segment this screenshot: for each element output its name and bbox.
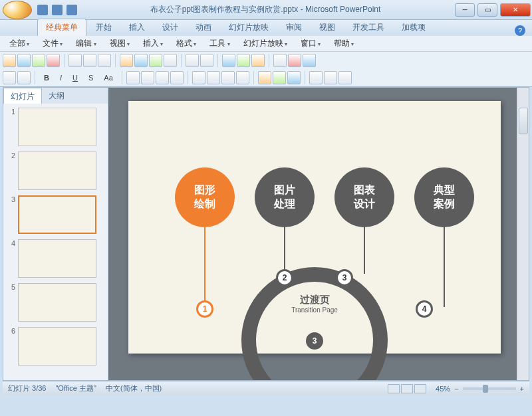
circle-2[interactable]: 图片 处理 xyxy=(255,167,315,227)
undo-icon[interactable] xyxy=(186,54,199,67)
align-center-icon[interactable] xyxy=(141,71,154,84)
menu-tools[interactable]: 工具 xyxy=(204,37,235,51)
tab-animation[interactable]: 动画 xyxy=(188,19,219,36)
layout-icon[interactable] xyxy=(3,71,16,84)
menu-help[interactable]: 帮助 xyxy=(329,37,359,51)
circle-3[interactable]: 图表 设计 xyxy=(334,167,394,227)
thumbnail[interactable] xyxy=(18,152,96,190)
menu-edit[interactable]: 编辑 xyxy=(70,37,101,51)
thumbnail[interactable] xyxy=(18,239,96,278)
reset-icon[interactable] xyxy=(17,71,31,84)
font-color-icon[interactable] xyxy=(258,71,271,84)
maximize-button[interactable]: ▭ xyxy=(477,3,497,17)
print-preview-icon[interactable] xyxy=(68,54,82,67)
circle-1[interactable]: 图形 绘制 xyxy=(175,167,235,227)
menu-all[interactable]: 全部 xyxy=(4,37,35,51)
help-icon[interactable]: ? xyxy=(515,25,525,36)
save-icon[interactable] xyxy=(32,54,45,67)
tab-slideshow[interactable]: 幻灯片放映 xyxy=(221,19,277,36)
tab-insert[interactable]: 插入 xyxy=(121,19,153,36)
tab-review[interactable]: 审阅 xyxy=(278,19,310,36)
zoom-handle[interactable] xyxy=(483,385,488,393)
slide-canvas[interactable]: 图形 绘制 图片 处理 图表 设计 典型 案例 1 2 3 4 3 过渡页 Tr… xyxy=(128,101,501,354)
chart-icon[interactable] xyxy=(222,54,235,67)
vertical-scrollbar[interactable] xyxy=(517,88,529,380)
menu-window[interactable]: 窗口 xyxy=(295,37,326,51)
zoom-in-icon[interactable]: + xyxy=(520,385,524,393)
thumbnail[interactable] xyxy=(18,283,96,322)
zoom-icon[interactable] xyxy=(273,54,287,67)
node-2[interactable]: 2 xyxy=(276,269,293,286)
menu-insert[interactable]: 插入 xyxy=(138,37,168,51)
minimize-button[interactable]: ─ xyxy=(455,3,475,17)
indent-dec-icon[interactable] xyxy=(221,71,235,84)
tab-design[interactable]: 设计 xyxy=(154,19,186,36)
zoom-out-icon[interactable]: − xyxy=(454,385,458,393)
group-icon[interactable] xyxy=(324,71,337,84)
node-1[interactable]: 1 xyxy=(196,300,213,318)
arrange-icon[interactable] xyxy=(309,71,323,84)
thumbnail-selected[interactable] xyxy=(18,195,96,234)
tab-home[interactable]: 开始 xyxy=(88,19,120,36)
center-text[interactable]: 过渡页 Transition Page xyxy=(281,294,348,314)
thumbnail[interactable] xyxy=(18,327,96,365)
menu-slideshow[interactable]: 幻灯片放映 xyxy=(238,37,293,51)
strike-button[interactable]: S xyxy=(84,72,98,84)
copy-icon[interactable] xyxy=(134,54,148,67)
slide-editor[interactable]: 图形 绘制 图片 处理 图表 设计 典型 案例 1 2 3 4 3 过渡页 Tr… xyxy=(108,88,529,380)
view-sorter-icon[interactable] xyxy=(401,384,413,393)
shape-fill-icon[interactable] xyxy=(287,71,301,84)
table-icon[interactable] xyxy=(237,54,250,67)
menu-view[interactable]: 视图 xyxy=(104,37,135,51)
align-right-icon[interactable] xyxy=(156,71,169,84)
bullets-icon[interactable] xyxy=(192,71,205,84)
align-left-icon[interactable] xyxy=(126,71,140,84)
undo-icon[interactable] xyxy=(52,5,63,15)
menu-format[interactable]: 格式 xyxy=(171,37,201,51)
cut-icon[interactable] xyxy=(120,54,133,67)
scrollbar-thumb[interactable] xyxy=(519,108,528,134)
indent-inc-icon[interactable] xyxy=(236,71,249,84)
node-3[interactable]: 3 xyxy=(336,269,353,286)
hyperlink-icon[interactable] xyxy=(251,54,265,67)
numbering-icon[interactable] xyxy=(207,71,220,84)
zoom-control[interactable]: 45% − + xyxy=(436,385,524,393)
paste-icon[interactable] xyxy=(149,54,162,67)
spelling-icon[interactable] xyxy=(83,54,96,67)
view-slideshow-icon[interactable] xyxy=(414,384,426,393)
view-normal-icon[interactable] xyxy=(388,384,400,393)
format-painter-icon[interactable] xyxy=(164,54,177,67)
print-icon[interactable] xyxy=(47,54,60,67)
bold-button[interactable]: B xyxy=(39,72,54,84)
tab-developer[interactable]: 开发工具 xyxy=(344,19,392,36)
tab-view[interactable]: 视图 xyxy=(311,19,343,36)
status-language[interactable]: 中文(简体，中国) xyxy=(106,383,162,393)
menu-file[interactable]: 文件 xyxy=(37,37,68,51)
color-icon[interactable] xyxy=(288,54,301,67)
zoom-slider[interactable] xyxy=(463,387,516,390)
panel-tab-slides[interactable]: 幻灯片 xyxy=(3,88,42,104)
underline-button[interactable]: U xyxy=(68,72,82,84)
circle-4[interactable]: 典型 案例 xyxy=(414,167,474,227)
open-icon[interactable] xyxy=(17,54,31,67)
redo-icon[interactable] xyxy=(66,5,77,15)
redo-icon[interactable] xyxy=(200,54,213,67)
panel-tab-outline[interactable]: 大纲 xyxy=(42,88,71,104)
node-mid[interactable]: 3 xyxy=(306,332,323,350)
italic-button[interactable]: I xyxy=(55,72,66,84)
save-icon[interactable] xyxy=(37,5,48,15)
node-4[interactable]: 4 xyxy=(416,300,433,318)
close-button[interactable]: ✕ xyxy=(500,3,531,17)
office-orb[interactable] xyxy=(3,1,32,19)
rotate-icon[interactable] xyxy=(338,71,352,84)
thumbnails-list[interactable]: 1 2 3 4 5 6 xyxy=(3,104,108,380)
thumbnail[interactable] xyxy=(18,108,96,146)
highlight-icon[interactable] xyxy=(273,71,286,84)
justify-icon[interactable] xyxy=(170,71,184,84)
tab-addins[interactable]: 加载项 xyxy=(394,19,434,36)
tab-classic-menu[interactable]: 经典菜单 xyxy=(37,19,86,36)
slideshow-icon[interactable] xyxy=(303,54,316,67)
research-icon[interactable] xyxy=(98,54,111,67)
font-size-button[interactable]: Aa xyxy=(99,72,117,84)
new-icon[interactable] xyxy=(3,54,16,67)
